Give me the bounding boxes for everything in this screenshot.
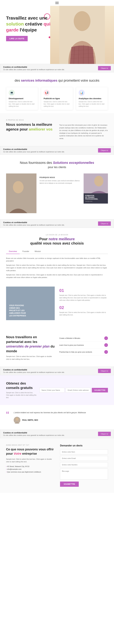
service-card-pub: 📢 Publicité en ligne Sample text. Click …: [41, 87, 73, 110]
service-card-analytics: 📊 Analytique des données Sample text. Cl…: [76, 87, 108, 110]
cookie-text-4: Ce site utilise des cookies pour vous ga…: [3, 371, 65, 373]
link-arrow-2: →: [104, 343, 108, 347]
step-1-text: Sample text. Click to select the text bo…: [59, 294, 108, 302]
free-advice-form: SOUMETTRE: [40, 388, 108, 392]
cookie-title-1: Cookies et confidentialité: [3, 66, 65, 68]
free-advice-inner: Obtenez des conseils gratuits Sample tex…: [6, 381, 108, 399]
hero-image: [50, 6, 114, 64]
cookie-title-5: Cookies et confidentialité: [3, 432, 65, 434]
link-text-2: Learn how to grow your business: [59, 344, 84, 346]
solutions-right-photo: [84, 174, 108, 193]
cookie-text-2: Ce site utilise des cookies pour vous ga…: [3, 151, 65, 153]
help-section: AIDEZ-NOUS 24H/7 ET 7J/7 Ce que nous pou…: [0, 438, 114, 493]
cookie-text-5: Ce site utilise des cookies pour vous ga…: [3, 434, 65, 436]
service-title-analytics: Analytique des données: [79, 97, 105, 100]
tab-mission[interactable]: Mission: [32, 249, 44, 254]
partnership-section: Nous travaillons en partenariat avec les…: [0, 329, 114, 366]
cookie-btn-3[interactable]: Cliquer ici: [98, 222, 111, 226]
step-2: 02 Sample text. Click to select the text…: [59, 305, 108, 316]
service-card-dev: 💻 Développement Sample text. Click to se…: [6, 87, 38, 110]
help-list-item-3: Que sommes-nous pas légèrement créditeur…: [6, 470, 54, 473]
free-advice-name-input[interactable]: [40, 388, 64, 392]
cookie-btn-4[interactable]: Cliquer ici: [98, 369, 111, 373]
tab-overview[interactable]: Overview: [6, 249, 20, 254]
hamburger-menu[interactable]: [55, 2, 59, 4]
dev-icon: 💻: [9, 90, 15, 96]
cookie-banner-5: Cookies et confidentialité Ce site utili…: [0, 430, 114, 438]
vision-title: Pour notre meilleure qualité vous nous a…: [6, 237, 108, 246]
cookie-btn-5[interactable]: Cliquer ici: [98, 432, 111, 436]
free-advice-email-input[interactable]: [66, 388, 91, 392]
contact-phone-input[interactable]: [60, 462, 108, 467]
help-title: Ce que nous pouvons vous offrir pour Vot…: [6, 447, 54, 456]
contact-submit-button[interactable]: SOUMETTRE: [60, 482, 79, 487]
cookie-content-5: Cookies et confidentialité Ce site utili…: [3, 432, 65, 436]
about-left: À PROPOS DE NOUS Nous sommes la meilleur…: [6, 119, 55, 132]
partnership-link-1[interactable]: Create a Website in Minutes →: [59, 335, 108, 342]
pourquoi-text: Ut enim ad minim veniam, quis nostrud ex…: [40, 180, 81, 184]
solutions-middle: POURQUOI NOUS Ut enim ad minim veniam, q…: [37, 174, 84, 213]
partnership-link-2[interactable]: Learn how to grow your business →: [59, 342, 108, 348]
free-advice-desc: Sample text. Click to select the text bo…: [6, 392, 37, 399]
service-title-pub: Publicité en ligne: [44, 97, 70, 100]
pourquoi-label: POURQUOI NOUS: [40, 176, 81, 178]
vision-p1: Brave est une solution Web Innovante, qu…: [6, 257, 108, 262]
vision-content: Brave est une solution Web Innovante, qu…: [6, 257, 108, 279]
about-section: À PROPOS DE NOUS Nous sommes la meilleur…: [0, 113, 114, 146]
cookie-banner-1: Cookies et confidentialité Ce site utili…: [0, 64, 114, 72]
svg-point-16: [16, 418, 18, 421]
help-list-item-1: 45 Street, Network City, NY10: [6, 465, 54, 468]
solutions-section: Nous fournissons des Solutions exception…: [0, 155, 114, 219]
cookie-banner-2: Cookies et confidentialité Ce site utili…: [0, 146, 114, 155]
contact-section: Demander un devis SOUMETTRE: [60, 444, 108, 487]
cookie-content-3: Cookies et confidentialité Ce site utili…: [3, 221, 65, 226]
service-text-analytics: Sample text. Click to select the text bo…: [79, 100, 105, 108]
cookie-title-3: Cookies et confidentialité: [3, 221, 65, 224]
hero-cta-button[interactable]: LIRE LA SUITE: [6, 36, 28, 41]
contact-title: Demander un devis: [60, 444, 108, 447]
contact-form: SOUMETTRE: [60, 450, 108, 487]
author-name: PAUL SMITH, SEO: [22, 419, 38, 421]
contact-name-input[interactable]: [60, 450, 108, 454]
services-title: des services informatiques qui prometten…: [6, 78, 108, 82]
cookie-content-1: Cookies et confidentialité Ce site utili…: [3, 66, 65, 70]
contact-message-input[interactable]: [60, 469, 108, 480]
help-label: AIDEZ-NOUS 24H/7 ET 7J/7: [6, 444, 54, 446]
cookie-btn-2[interactable]: Cliquer ici: [98, 148, 111, 152]
testimonial-section: “ L'article évident est vrai! express le…: [0, 405, 114, 430]
testimonial-author: PAUL SMITH, SEO: [14, 417, 108, 424]
solutions-formation-box: FORMATIONEN TRAINERPROFESSIONNEL Sample …: [84, 193, 108, 204]
vision-tabs: Overview Founder Mission: [6, 249, 108, 254]
solutions-subtitle: pour les clients: [6, 166, 108, 169]
solutions-title: Nous fournissons des Solutions exception…: [6, 161, 108, 165]
services-section: des services informatiques qui prometten…: [0, 72, 114, 113]
link-arrow-1: →: [104, 336, 108, 340]
author-avatar: [14, 417, 20, 424]
service-text-dev: Sample text. Click to select the text bo…: [9, 100, 35, 108]
svg-point-1: [74, 11, 90, 31]
steps-right: 01 Sample text. Click to select the text…: [59, 286, 108, 322]
step-2-number: 02: [59, 305, 108, 310]
solutions-image-left: [6, 174, 37, 213]
service-title-dev: Développement: [9, 97, 35, 100]
link-text-3: Practical tips to help you grow your pro…: [59, 351, 92, 353]
partnership-right: Create a Website in Minutes → Learn how …: [59, 335, 108, 356]
service-text-pub: Sample text. Click to select the text bo…: [44, 100, 70, 108]
cookie-btn-1[interactable]: Cliquer ici: [98, 66, 111, 70]
free-advice-text: Obtenez des conseils gratuits Sample tex…: [6, 381, 37, 399]
tab-founder[interactable]: Founder: [20, 249, 32, 254]
free-advice-submit-button[interactable]: SOUMETTRE: [92, 388, 108, 392]
svg-point-12: [94, 176, 103, 186]
hero-section: ✦ Travaillez avec une solution créative …: [0, 6, 114, 64]
vision-section: LA VISION DE LA MISSION Pour notre meill…: [0, 228, 114, 286]
testimonial-text: L'article évident est vrai! express les …: [14, 411, 108, 414]
solutions-image-right: FORMATIONEN TRAINERPROFESSIONNEL Sample …: [84, 174, 108, 213]
help-list-item-2: info@example.com: [6, 468, 54, 470]
partnership-link-3[interactable]: Practical tips to help you grow your pro…: [59, 348, 108, 356]
hero-person-photo: [50, 6, 114, 64]
cookie-text-3: Ce site utilise des cookies pour vous ga…: [3, 224, 65, 226]
steps-image: VOUS POUVONS CRÉER DES PROJETS ET LES AM…: [6, 286, 55, 320]
contact-email-input[interactable]: [60, 456, 108, 461]
partnership-title: Nous travaillons en partenariat avec les…: [6, 335, 55, 354]
step-2-text: Sample text. Click to select the text bo…: [59, 311, 108, 316]
